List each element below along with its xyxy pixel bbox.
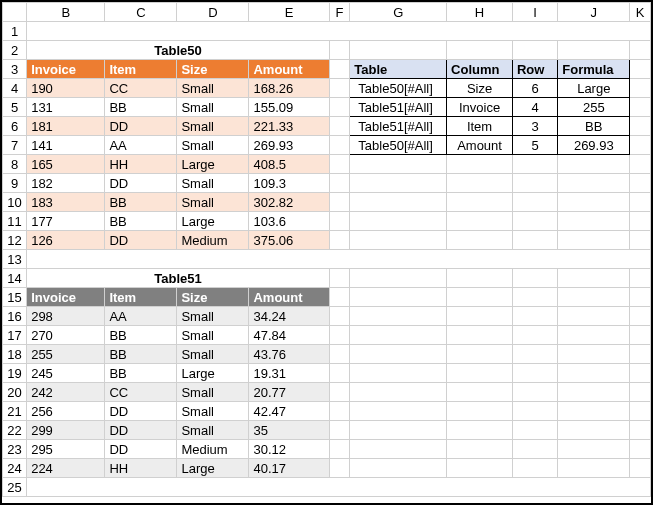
cell[interactable] bbox=[630, 440, 651, 459]
cell[interactable] bbox=[350, 155, 447, 174]
cell[interactable] bbox=[447, 288, 513, 307]
cell[interactable]: 103.6 bbox=[249, 212, 329, 231]
cell[interactable]: 109.3 bbox=[249, 174, 329, 193]
cell[interactable]: Small bbox=[177, 326, 249, 345]
cell[interactable]: Medium bbox=[177, 231, 249, 250]
cell[interactable] bbox=[447, 155, 513, 174]
row-header[interactable]: 5 bbox=[3, 98, 27, 117]
cell[interactable]: 4 bbox=[512, 98, 557, 117]
cell[interactable] bbox=[350, 364, 447, 383]
cell[interactable] bbox=[447, 212, 513, 231]
cell[interactable] bbox=[350, 212, 447, 231]
cell[interactable] bbox=[512, 383, 557, 402]
row-header[interactable]: 12 bbox=[3, 231, 27, 250]
row-header[interactable]: 17 bbox=[3, 326, 27, 345]
cell[interactable] bbox=[329, 269, 350, 288]
cell[interactable] bbox=[630, 41, 651, 60]
cell[interactable] bbox=[350, 345, 447, 364]
row-header[interactable]: 10 bbox=[3, 193, 27, 212]
cell[interactable] bbox=[329, 459, 350, 478]
table50-header[interactable]: Amount bbox=[249, 60, 329, 79]
cell[interactable]: AA bbox=[105, 307, 177, 326]
cell[interactable] bbox=[512, 231, 557, 250]
cell[interactable] bbox=[558, 421, 630, 440]
cell[interactable] bbox=[329, 440, 350, 459]
cell[interactable] bbox=[447, 364, 513, 383]
cell[interactable] bbox=[329, 288, 350, 307]
cell[interactable] bbox=[630, 231, 651, 250]
cell[interactable]: DD bbox=[105, 440, 177, 459]
cell[interactable] bbox=[447, 231, 513, 250]
cell[interactable]: Table50[#All] bbox=[350, 136, 447, 155]
cell[interactable]: Large bbox=[177, 459, 249, 478]
row-header[interactable]: 23 bbox=[3, 440, 27, 459]
cell[interactable] bbox=[512, 212, 557, 231]
cell[interactable] bbox=[558, 193, 630, 212]
col-header[interactable]: K bbox=[630, 3, 651, 22]
cell[interactable]: BB bbox=[105, 212, 177, 231]
cell[interactable]: 256 bbox=[27, 402, 105, 421]
cell[interactable] bbox=[512, 193, 557, 212]
cell[interactable] bbox=[447, 383, 513, 402]
cell[interactable]: 183 bbox=[27, 193, 105, 212]
lookup-header[interactable]: Table bbox=[350, 60, 447, 79]
cell[interactable] bbox=[329, 231, 350, 250]
cell[interactable]: 168.26 bbox=[249, 79, 329, 98]
cell[interactable]: 131 bbox=[27, 98, 105, 117]
cell[interactable]: Small bbox=[177, 136, 249, 155]
cell[interactable] bbox=[329, 421, 350, 440]
col-header[interactable]: B bbox=[27, 3, 105, 22]
cell[interactable] bbox=[329, 193, 350, 212]
col-header[interactable]: D bbox=[177, 3, 249, 22]
cell[interactable] bbox=[512, 155, 557, 174]
cell[interactable] bbox=[630, 79, 651, 98]
cell[interactable] bbox=[447, 193, 513, 212]
lookup-header[interactable]: Row bbox=[512, 60, 557, 79]
cell[interactable]: 182 bbox=[27, 174, 105, 193]
cell[interactable]: BB bbox=[105, 326, 177, 345]
table50-header[interactable]: Item bbox=[105, 60, 177, 79]
cell[interactable] bbox=[630, 326, 651, 345]
cell[interactable]: Size bbox=[447, 79, 513, 98]
cell[interactable] bbox=[558, 402, 630, 421]
cell[interactable]: Medium bbox=[177, 440, 249, 459]
cell[interactable] bbox=[27, 250, 651, 269]
row-header[interactable]: 20 bbox=[3, 383, 27, 402]
cell[interactable]: 181 bbox=[27, 117, 105, 136]
cell[interactable]: Small bbox=[177, 79, 249, 98]
cell[interactable]: BB bbox=[558, 117, 630, 136]
cell[interactable] bbox=[558, 269, 630, 288]
cell[interactable] bbox=[447, 174, 513, 193]
cell[interactable] bbox=[512, 307, 557, 326]
cell[interactable]: Invoice bbox=[447, 98, 513, 117]
cell[interactable] bbox=[447, 269, 513, 288]
cell[interactable] bbox=[630, 364, 651, 383]
cell[interactable] bbox=[329, 174, 350, 193]
cell[interactable]: 295 bbox=[27, 440, 105, 459]
cell[interactable] bbox=[447, 440, 513, 459]
cell[interactable]: 408.5 bbox=[249, 155, 329, 174]
cell[interactable] bbox=[329, 98, 350, 117]
cell[interactable] bbox=[329, 155, 350, 174]
row-header[interactable]: 8 bbox=[3, 155, 27, 174]
col-header[interactable]: F bbox=[329, 3, 350, 22]
cell[interactable]: 302.82 bbox=[249, 193, 329, 212]
cell[interactable] bbox=[329, 136, 350, 155]
row-header[interactable]: 6 bbox=[3, 117, 27, 136]
row-header[interactable]: 9 bbox=[3, 174, 27, 193]
cell[interactable] bbox=[350, 288, 447, 307]
cell[interactable] bbox=[630, 117, 651, 136]
cell[interactable]: DD bbox=[105, 421, 177, 440]
cell[interactable] bbox=[630, 383, 651, 402]
col-header[interactable]: E bbox=[249, 3, 329, 22]
cell[interactable]: AA bbox=[105, 136, 177, 155]
cell[interactable] bbox=[558, 155, 630, 174]
cell[interactable]: 43.76 bbox=[249, 345, 329, 364]
cell[interactable] bbox=[350, 421, 447, 440]
cell[interactable] bbox=[447, 402, 513, 421]
cell[interactable]: Small bbox=[177, 174, 249, 193]
cell[interactable] bbox=[558, 288, 630, 307]
cell[interactable]: 177 bbox=[27, 212, 105, 231]
row-header[interactable]: 16 bbox=[3, 307, 27, 326]
cell[interactable] bbox=[350, 307, 447, 326]
